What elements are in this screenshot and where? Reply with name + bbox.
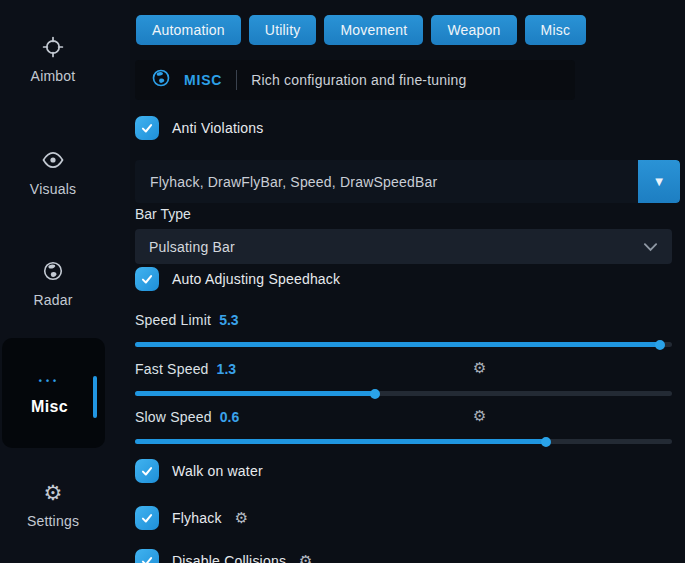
banner-divider [236,70,237,90]
fast-speed-slider-group: Fast Speed 1.3 ⚙ [135,359,672,396]
slow-speed-slider[interactable] [135,439,672,444]
sidebar-item-label: Misc [2,398,97,416]
fast-speed-slider[interactable] [135,391,672,396]
bar-type-label: Bar Type [135,206,191,222]
sidebar-item-radar[interactable]: Radar [0,259,106,308]
slider-thumb[interactable] [541,437,551,447]
sidebar-item-visuals[interactable]: Visuals [0,148,106,197]
slider-thumb[interactable] [655,340,665,350]
disable-collisions-label: Disable Collisions [172,553,286,563]
bar-multiselect-value: Flyhack, DrawFlyBar, Speed, DrawSpeedBar [135,174,437,190]
bar-type-select[interactable]: Pulsating Bar [135,229,672,264]
walk-on-water-row: Walk on water [135,459,263,483]
sidebar-item-misc-selected[interactable]: ••• Misc [2,338,105,448]
auto-adjusting-row: Auto Adjusting Speedhack [135,267,340,291]
active-indicator-bar [93,376,97,418]
section-banner: MISC Rich configuration and fine-tuning [135,60,575,100]
eye-icon [41,148,65,172]
multiselect-dropdown-button[interactable]: ▼ [638,160,680,203]
disable-collisions-checkbox[interactable] [135,549,159,563]
flyhack-row: Flyhack ⚙ [135,506,248,530]
gear-icon[interactable]: ⚙ [473,409,486,424]
check-icon [140,464,154,478]
sidebar: Aimbot Visuals Radar ••• Misc ⚙ Settings [0,0,130,563]
chevron-down-icon [643,238,658,256]
bar-type-value: Pulsating Bar [149,239,235,255]
anti-violations-checkbox[interactable] [135,116,159,140]
gear-icon[interactable]: ⚙ [299,554,312,563]
ellipsis-icon: ••• [2,376,97,386]
category-tabs: Automation Utility Movement Weapon Misc [136,15,586,45]
slider-fill [135,439,546,444]
walk-on-water-checkbox[interactable] [135,459,159,483]
sidebar-item-settings[interactable]: ⚙ Settings [0,483,106,529]
sidebar-item-aimbot[interactable]: Aimbot [0,35,106,84]
fast-speed-value: 1.3 [217,361,236,377]
disable-collisions-row: Disable Collisions ⚙ [135,549,313,563]
bar-multiselect[interactable]: Flyhack, DrawFlyBar, Speed, DrawSpeedBar… [135,160,680,203]
slow-speed-label: Slow Speed [135,409,212,425]
cheat-menu-window: { "colors": { "background": "#0b0f16", "… [0,0,685,563]
slow-speed-value: 0.6 [220,409,239,425]
speed-limit-label: Speed Limit [135,312,211,328]
tab-movement[interactable]: Movement [324,15,423,45]
speed-limit-value: 5.3 [219,312,238,328]
auto-adjusting-label: Auto Adjusting Speedhack [172,271,340,287]
globe-icon [151,68,171,92]
slider-thumb[interactable] [370,389,380,399]
walk-on-water-label: Walk on water [172,463,263,479]
check-icon [140,121,154,135]
slider-fill [135,391,375,396]
section-subtitle: Rich configuration and fine-tuning [251,72,466,88]
slow-speed-slider-group: Slow Speed 0.6 ⚙ [135,407,672,444]
sidebar-item-label: Radar [33,292,72,308]
gear-icon[interactable]: ⚙ [473,361,486,376]
check-icon [140,511,154,525]
anti-violations-label: Anti Violations [172,120,263,136]
anti-violations-row: Anti Violations [135,116,263,140]
auto-adjusting-checkbox[interactable] [135,267,159,291]
check-icon [140,554,154,563]
gear-icon[interactable]: ⚙ [235,511,248,526]
sidebar-item-label: Settings [27,513,79,529]
flyhack-checkbox[interactable] [135,506,159,530]
tab-utility[interactable]: Utility [249,15,317,45]
tab-weapon[interactable]: Weapon [431,15,516,45]
section-title: MISC [184,72,222,88]
globe-icon [41,259,65,283]
gear-icon: ⚙ [44,483,63,504]
fast-speed-label: Fast Speed [135,361,209,377]
slider-fill [135,342,660,347]
crosshair-icon [41,35,65,59]
speed-limit-slider-group: Speed Limit 5.3 [135,310,672,347]
tab-misc[interactable]: Misc [525,15,587,45]
flyhack-label: Flyhack [172,510,222,526]
sidebar-item-label: Visuals [30,181,76,197]
speed-limit-slider[interactable] [135,342,672,347]
content-panel: Automation Utility Movement Weapon Misc … [130,0,685,563]
triangle-down-icon: ▼ [655,176,663,187]
tab-automation[interactable]: Automation [136,15,241,45]
sidebar-item-label: Aimbot [31,68,76,84]
check-icon [140,272,154,286]
